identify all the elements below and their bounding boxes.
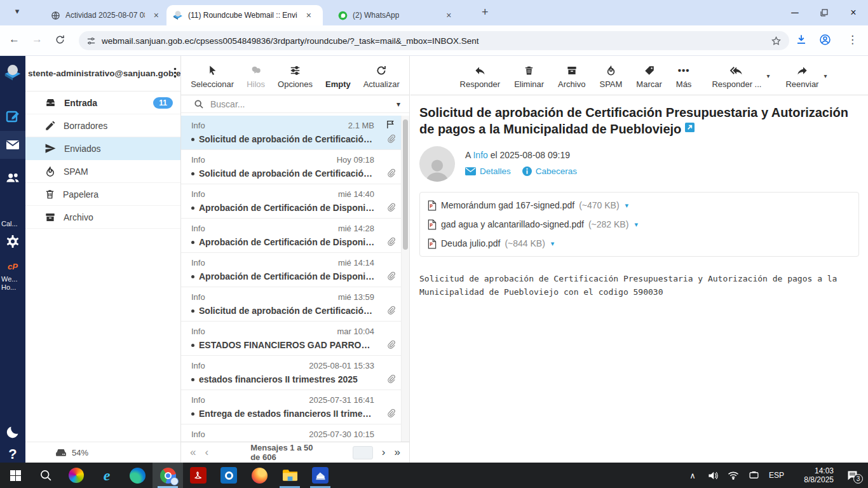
search-input[interactable] bbox=[210, 99, 390, 109]
message-list-item[interactable]: Info2025-07-30 10:15 bbox=[181, 424, 401, 442]
details-link[interactable]: Detalles bbox=[465, 166, 511, 176]
attachment-menu-caret-icon[interactable]: ▾ bbox=[634, 220, 638, 229]
address-bar[interactable] bbox=[79, 31, 789, 50]
delete-button[interactable]: Eliminar bbox=[514, 65, 544, 89]
browser-menu-icon[interactable]: ⋮ bbox=[847, 33, 858, 46]
attachment-item[interactable]: gad agua y alcantarillado-signed.pdf (~2… bbox=[428, 217, 638, 232]
tray-volume-icon[interactable] bbox=[704, 471, 722, 480]
help-icon[interactable]: ? bbox=[0, 444, 25, 465]
archive-button[interactable]: Archivo bbox=[558, 65, 585, 89]
sidebar-item-archivo[interactable]: Archivo bbox=[25, 206, 180, 229]
webmail-home-label[interactable]: We...Ho... bbox=[0, 274, 25, 292]
attachment-menu-caret-icon[interactable]: ▾ bbox=[625, 201, 629, 210]
mail-icon[interactable] bbox=[0, 131, 25, 159]
external-link-icon[interactable] bbox=[685, 123, 695, 132]
url-input[interactable] bbox=[102, 36, 765, 46]
tray-chevron-icon[interactable]: ∧ bbox=[684, 471, 702, 480]
settings-gear-icon[interactable] bbox=[0, 230, 25, 253]
taskbar-search-icon[interactable] bbox=[31, 463, 61, 488]
browser-tab-actividad[interactable]: Actividad 2025-08-07 08:00:00 × bbox=[44, 5, 165, 25]
taskbar-ie-icon[interactable]: e bbox=[92, 463, 122, 488]
taskbar-scanner-app-icon[interactable] bbox=[305, 463, 336, 488]
close-window-button[interactable]: × bbox=[839, 0, 868, 25]
sidebar-item-entrada[interactable]: Entrada 11 bbox=[25, 92, 180, 114]
spam-button[interactable]: SPAM bbox=[599, 65, 622, 89]
reply-all-caret-icon[interactable]: ▾ bbox=[766, 72, 770, 79]
tray-wifi-icon[interactable] bbox=[724, 471, 742, 480]
empty-button[interactable]: Empty bbox=[325, 79, 351, 89]
message-list-item[interactable]: Infomié 14:14 Aprobación de Certificació… bbox=[181, 253, 401, 287]
mark-button[interactable]: Marcar bbox=[636, 65, 661, 89]
message-list-item[interactable]: Info2.1 MB Solicitud de aprobación de Ce… bbox=[181, 116, 401, 150]
headers-link[interactable]: Cabeceras bbox=[522, 166, 577, 176]
taskbar-file-explorer-icon[interactable] bbox=[275, 463, 305, 488]
message-list-item[interactable]: Info2025-07-31 16:41 Entrega de estados … bbox=[181, 390, 401, 424]
search-bar[interactable]: ▾ bbox=[181, 95, 409, 113]
reply-all-button[interactable]: Responder ... ▾ bbox=[712, 65, 761, 89]
contacts-icon[interactable] bbox=[0, 164, 25, 192]
first-page-icon[interactable]: « bbox=[190, 446, 196, 459]
tab-close-icon[interactable]: × bbox=[306, 10, 311, 20]
sidebar-item-papelera[interactable]: Papelera bbox=[25, 183, 180, 206]
refresh-list-button[interactable]: Actualizar bbox=[363, 65, 400, 89]
taskbar-acrobat-icon[interactable] bbox=[183, 463, 214, 488]
download-icon[interactable] bbox=[796, 34, 807, 45]
taskbar-outlook-icon[interactable] bbox=[214, 463, 244, 488]
reply-button[interactable]: Responder bbox=[460, 65, 501, 89]
message-list-item[interactable]: Infomar 10:04 ESTADOS FINANCIEROS GAD PA… bbox=[181, 322, 401, 356]
search-options-chevron-icon[interactable]: ▾ bbox=[397, 100, 400, 109]
bookmark-star-icon[interactable] bbox=[771, 36, 782, 46]
forward-button[interactable]: Reenviar ▾ bbox=[785, 65, 818, 89]
prev-page-icon[interactable]: ‹ bbox=[205, 446, 208, 459]
cpanel-logo[interactable]: cP bbox=[0, 258, 25, 274]
scrollbar-thumb[interactable] bbox=[403, 119, 408, 250]
message-list-item[interactable]: InfoHoy 09:18 Solicitud de aprobación de… bbox=[181, 150, 401, 184]
site-settings-icon[interactable] bbox=[86, 36, 96, 46]
attachment-menu-caret-icon[interactable]: ▾ bbox=[551, 240, 555, 248]
tab-close-icon[interactable]: × bbox=[154, 10, 159, 20]
new-tab-button[interactable]: + bbox=[482, 6, 489, 19]
message-list-item[interactable]: Infomié 13:59 Solicitud de aprobación de… bbox=[181, 287, 401, 322]
minimize-button[interactable]: ─ bbox=[780, 0, 810, 25]
options-button[interactable]: Opciones bbox=[278, 65, 313, 89]
recipient-link[interactable]: Info bbox=[473, 150, 487, 160]
sidebar-item-enviados[interactable]: Enviados bbox=[25, 137, 180, 160]
taskbar-copilot-icon[interactable] bbox=[61, 463, 92, 488]
forward-caret-icon[interactable]: ▾ bbox=[824, 72, 827, 79]
notification-center-icon[interactable]: 3 bbox=[840, 470, 864, 481]
calendar-label[interactable]: Cal... bbox=[0, 217, 25, 230]
next-page-icon[interactable]: › bbox=[382, 446, 386, 459]
flag-icon[interactable] bbox=[385, 119, 396, 130]
sidebar-item-spam[interactable]: SPAM bbox=[25, 160, 180, 183]
more-button[interactable]: ••• Más bbox=[676, 65, 692, 89]
page-number-input[interactable] bbox=[353, 446, 373, 459]
browser-tab-whatsapp[interactable]: (2) WhatsApp × bbox=[332, 5, 471, 25]
dark-mode-moon-icon[interactable] bbox=[0, 421, 25, 444]
taskbar-edge-icon[interactable] bbox=[122, 463, 153, 488]
start-button[interactable] bbox=[0, 463, 31, 488]
taskbar-firefox-icon[interactable] bbox=[244, 463, 275, 488]
message-list-item[interactable]: Infomié 14:28 Aprobación de Certificació… bbox=[181, 219, 401, 253]
browser-tab-roundcube[interactable]: (11) Roundcube Webmail :: Envi × bbox=[166, 5, 323, 25]
maximize-button[interactable] bbox=[810, 0, 839, 25]
tab-close-icon[interactable]: × bbox=[446, 10, 451, 20]
list-scrollbar[interactable] bbox=[401, 116, 409, 442]
back-icon[interactable]: ← bbox=[9, 33, 20, 46]
tray-clock[interactable]: 14:03 8/8/2025 bbox=[794, 466, 834, 484]
account-header[interactable]: stente-administrativo@sanjuan.gob.ec bbox=[25, 56, 180, 92]
taskbar-chrome-icon[interactable] bbox=[153, 463, 183, 488]
tray-display-icon[interactable] bbox=[745, 471, 763, 480]
forward-icon[interactable]: → bbox=[32, 33, 43, 46]
tab-search-chevron-icon[interactable]: ▾ bbox=[9, 6, 25, 20]
compose-icon[interactable] bbox=[0, 103, 25, 131]
account-menu-icon[interactable] bbox=[173, 67, 177, 78]
last-page-icon[interactable]: » bbox=[395, 446, 400, 459]
refresh-icon[interactable] bbox=[55, 34, 65, 45]
attachment-item[interactable]: Memorándum gad 167-signed.pdf (~470 KB) … bbox=[428, 198, 628, 213]
select-button[interactable]: Seleccionar bbox=[191, 64, 234, 89]
sidebar-item-borradores[interactable]: Borradores bbox=[25, 114, 180, 137]
tray-language-indicator[interactable]: ESP bbox=[765, 471, 788, 480]
attachment-item[interactable]: Deuda julio.pdf (~844 KB) ▾ bbox=[428, 236, 851, 251]
message-list-item[interactable]: Infomié 14:40 Aprobación de Certificació… bbox=[181, 184, 401, 219]
profile-icon[interactable] bbox=[819, 34, 831, 46]
